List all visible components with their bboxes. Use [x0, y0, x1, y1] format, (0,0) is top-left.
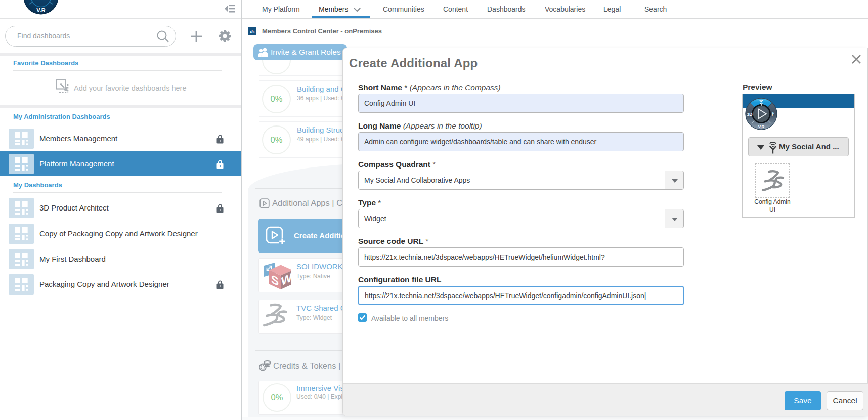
svg-text:V,R: V,R [758, 124, 765, 129]
svg-text:V.R: V.R [36, 7, 45, 13]
svg-text:ds: ds [250, 29, 255, 34]
svg-text:3D: 3D [747, 112, 753, 117]
